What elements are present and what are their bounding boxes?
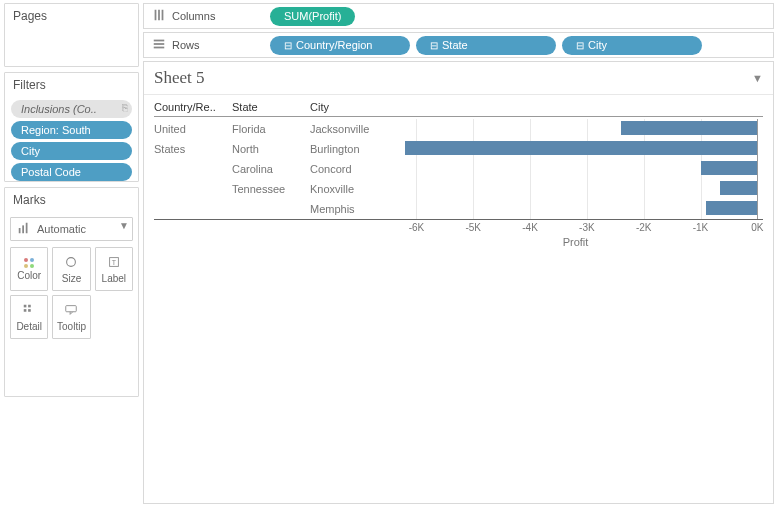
marks-label-button[interactable]: T Label xyxy=(95,247,133,291)
sheet-title[interactable]: Sheet 5 xyxy=(154,68,205,88)
bar[interactable] xyxy=(720,181,757,195)
filter-pill-0[interactable]: Inclusions (Co..⎘ xyxy=(11,100,132,118)
table-row: CarolinaConcord xyxy=(154,159,763,179)
mark-type-dropdown[interactable]: Automatic ▼ xyxy=(10,217,133,241)
axis-tick: -5K xyxy=(465,222,481,233)
table-row: UnitedFloridaJacksonville xyxy=(154,119,763,139)
cell-state[interactable]: North xyxy=(232,139,310,159)
rows-icon xyxy=(152,37,166,54)
cell-state[interactable]: Carolina xyxy=(232,159,310,179)
cell-country[interactable]: United xyxy=(154,119,232,139)
cell-city[interactable]: Memphis xyxy=(310,199,388,219)
columns-shelf[interactable]: Columns SUM(Profit) xyxy=(143,3,774,29)
svg-rect-0 xyxy=(19,228,21,233)
cell-state[interactable]: Florida xyxy=(232,119,310,139)
header-city[interactable]: City xyxy=(310,101,388,113)
collapse-icon: ⊟ xyxy=(576,40,584,51)
bar-cell xyxy=(388,199,763,219)
svg-rect-6 xyxy=(24,304,27,307)
filters-shelf[interactable]: Filters Inclusions (Co..⎘Region: SouthCi… xyxy=(4,72,139,182)
axis-tick: -6K xyxy=(409,222,425,233)
svg-rect-1 xyxy=(22,225,24,233)
marks-card: Marks Automatic ▼ Color xyxy=(4,187,139,397)
rows-shelf[interactable]: Rows ⊟Country/Region⊟State⊟City xyxy=(143,32,774,58)
svg-rect-15 xyxy=(154,43,165,45)
bar-chart-icon xyxy=(17,221,31,237)
cell-country[interactable]: States xyxy=(154,139,232,159)
bar-cell xyxy=(388,119,763,139)
cell-city[interactable]: Burlington xyxy=(310,139,388,159)
marks-title: Marks xyxy=(5,188,138,212)
svg-rect-7 xyxy=(28,304,31,307)
filter-pill-3[interactable]: Postal Code xyxy=(11,163,132,181)
marks-tooltip-button[interactable]: Tooltip xyxy=(52,295,90,339)
svg-rect-11 xyxy=(155,9,157,20)
mark-type-label: Automatic xyxy=(37,223,86,235)
table-row: StatesNorthBurlington xyxy=(154,139,763,159)
viz-card: Sheet 5 ▼ Country/Re.. State City United… xyxy=(143,61,774,504)
collapse-icon: ⊟ xyxy=(284,40,292,51)
sheet-menu-dropdown[interactable]: ▼ xyxy=(752,72,763,84)
svg-rect-13 xyxy=(162,9,164,20)
bar[interactable] xyxy=(706,201,757,215)
axis-tick: -1K xyxy=(693,222,709,233)
svg-rect-14 xyxy=(154,39,165,41)
pages-title: Pages xyxy=(5,4,138,28)
rows-pill-2[interactable]: ⊟City xyxy=(562,36,702,55)
axis-tick: -3K xyxy=(579,222,595,233)
bar[interactable] xyxy=(701,161,758,175)
pages-shelf[interactable]: Pages xyxy=(4,3,139,67)
bar-cell xyxy=(388,159,763,179)
marks-size-button[interactable]: Size xyxy=(52,247,90,291)
filter-pill-1[interactable]: Region: South xyxy=(11,121,132,139)
bar-cell xyxy=(388,179,763,199)
cell-city[interactable]: Knoxville xyxy=(310,179,388,199)
svg-rect-16 xyxy=(154,46,165,48)
cell-country[interactable] xyxy=(154,179,232,199)
color-icon xyxy=(24,258,34,268)
cell-city[interactable]: Concord xyxy=(310,159,388,179)
svg-text:T: T xyxy=(112,258,117,265)
table-row: Memphis xyxy=(154,199,763,219)
marks-color-button[interactable]: Color xyxy=(10,247,48,291)
axis-tick: -4K xyxy=(522,222,538,233)
filters-title: Filters xyxy=(5,73,138,97)
svg-point-3 xyxy=(67,257,76,266)
rows-label: Rows xyxy=(172,39,200,51)
bar[interactable] xyxy=(621,121,757,135)
header-state[interactable]: State xyxy=(232,101,310,113)
svg-rect-9 xyxy=(28,309,31,312)
svg-rect-8 xyxy=(24,309,27,312)
rows-pill-0[interactable]: ⊟Country/Region xyxy=(270,36,410,55)
columns-pill-profit[interactable]: SUM(Profit) xyxy=(270,7,355,26)
size-icon xyxy=(64,255,78,271)
label-icon: T xyxy=(107,255,121,271)
tooltip-icon xyxy=(64,303,78,319)
x-axis: -6K-5K-4K-3K-2K-1K0K xyxy=(388,220,763,236)
svg-rect-10 xyxy=(66,305,77,311)
chevron-down-icon: ▼ xyxy=(119,220,129,231)
bar-cell xyxy=(388,139,763,159)
cell-city[interactable]: Jacksonville xyxy=(310,119,388,139)
cell-state[interactable] xyxy=(232,199,310,219)
detail-icon xyxy=(22,303,36,319)
cell-country[interactable] xyxy=(154,199,232,219)
table-row: TennesseeKnoxville xyxy=(154,179,763,199)
rows-pill-1[interactable]: ⊟State xyxy=(416,36,556,55)
x-axis-title: Profit xyxy=(154,236,763,248)
columns-label: Columns xyxy=(172,10,215,22)
cell-country[interactable] xyxy=(154,159,232,179)
svg-rect-2 xyxy=(26,223,28,234)
marks-detail-button[interactable]: Detail xyxy=(10,295,48,339)
header-country[interactable]: Country/Re.. xyxy=(154,101,232,113)
axis-tick: 0K xyxy=(751,222,763,233)
set-icon: ⎘ xyxy=(122,102,128,113)
cell-state[interactable]: Tennessee xyxy=(232,179,310,199)
axis-tick: -2K xyxy=(636,222,652,233)
collapse-icon: ⊟ xyxy=(430,40,438,51)
svg-rect-12 xyxy=(158,9,160,20)
bar[interactable] xyxy=(405,141,757,155)
filter-pill-2[interactable]: City xyxy=(11,142,132,160)
columns-icon xyxy=(152,8,166,25)
